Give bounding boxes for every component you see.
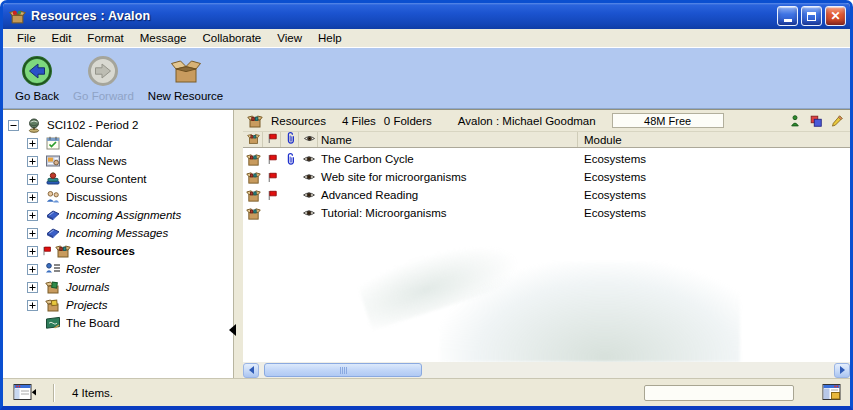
expander-plus-icon[interactable] — [27, 264, 38, 275]
flag-column-icon — [266, 132, 279, 147]
tree-item-sci102-period-2[interactable]: SCI102 - Period 2 — [3, 116, 233, 134]
expander-plus-icon[interactable] — [27, 138, 38, 149]
tree-item-incoming-messages[interactable]: Incoming Messages — [3, 224, 233, 242]
app-window: Resources : Avalon ✕ FileEditFormatMessa… — [0, 0, 853, 410]
tree-item-projects[interactable]: Projects — [3, 296, 233, 314]
class-root-icon — [26, 117, 42, 133]
tree-item-journals[interactable]: Journals — [3, 278, 233, 296]
minimize-button[interactable] — [777, 6, 798, 26]
resource-type-icon — [243, 152, 263, 167]
books-icon — [45, 171, 61, 187]
new-resource-icon — [169, 54, 203, 88]
tree-item-discussions[interactable]: Discussions — [3, 188, 233, 206]
close-icon: ✕ — [830, 10, 840, 22]
visibility-eye-icon[interactable] — [299, 152, 318, 166]
folder-count: 0 Folders — [384, 115, 432, 127]
maximize-button[interactable] — [801, 6, 822, 26]
tree-item-roster[interactable]: Roster — [3, 260, 233, 278]
scroll-right-button[interactable] — [834, 363, 850, 378]
visibility-column-icon — [303, 132, 316, 147]
tree-item-the-board[interactable]: The Board — [3, 314, 233, 332]
visibility-eye-icon[interactable] — [299, 206, 318, 220]
expander-minus-icon[interactable] — [8, 120, 19, 131]
expander-plus-icon[interactable] — [27, 174, 38, 185]
tree-item-resources[interactable]: Resources — [3, 242, 233, 260]
app-icon — [9, 8, 26, 25]
type-column-icon — [247, 132, 260, 147]
expander-plus-icon[interactable] — [27, 228, 38, 239]
column-header-module[interactable]: Module — [578, 132, 850, 147]
expander-plus-icon[interactable] — [27, 210, 38, 221]
flag-icon — [41, 245, 53, 258]
menu-edit[interactable]: Edit — [44, 30, 80, 47]
expander-plus-icon[interactable] — [27, 156, 38, 167]
list-row-advanced-reading[interactable]: Advanced ReadingEcosystems — [243, 186, 850, 204]
visibility-eye-icon[interactable] — [299, 188, 318, 202]
resource-module: Ecosystems — [578, 153, 850, 165]
menu-view[interactable]: View — [269, 30, 310, 47]
resource-name[interactable]: The Carbon Cycle — [318, 153, 578, 165]
menu-message[interactable]: Message — [132, 30, 195, 47]
person-icon[interactable] — [788, 114, 802, 128]
scrollbar-thumb[interactable] — [264, 363, 422, 377]
attachment-icon — [281, 153, 299, 166]
column-header-type[interactable] — [243, 132, 263, 147]
tree-item-label: Incoming Messages — [66, 227, 168, 239]
edit-pencil-icon[interactable] — [830, 114, 844, 128]
tree-item-course-content[interactable]: Course Content — [3, 170, 233, 188]
menu-file[interactable]: File — [9, 30, 44, 47]
tree-item-label: Incoming Assignments — [66, 209, 181, 221]
tree-item-class-news[interactable]: Class News — [3, 152, 233, 170]
resources-list: The Carbon CycleEcosystemsWeb site for m… — [243, 148, 850, 362]
course-tree-panel: SCI102 - Period 2CalendarClass NewsCours… — [3, 110, 233, 378]
menu-help[interactable]: Help — [310, 30, 350, 47]
list-row-tutorial-microorganisms[interactable]: Tutorial: MicroorganismsEcosystems — [243, 204, 850, 222]
list-row-the-carbon-cycle[interactable]: The Carbon CycleEcosystems — [243, 150, 850, 168]
scroll-left-button[interactable] — [243, 363, 259, 378]
item-count-text: 4 Items. — [72, 387, 113, 399]
new-resource-button[interactable]: New Resource — [144, 53, 227, 103]
resource-name[interactable]: Web site for microorganisms — [318, 171, 578, 183]
resource-type-icon — [243, 188, 263, 203]
toolbar: Go BackGo ForwardNew Resource — [3, 48, 850, 109]
panel-splitter[interactable] — [233, 110, 243, 378]
resource-name[interactable]: Advanced Reading — [318, 189, 578, 201]
expander-plus-icon[interactable] — [27, 246, 38, 257]
horizontal-scrollbar[interactable] — [243, 362, 850, 378]
tree-item-incoming-assignments[interactable]: Incoming Assignments — [3, 206, 233, 224]
expander-plus-icon[interactable] — [27, 300, 38, 311]
column-header-flag[interactable] — [263, 132, 281, 147]
go-back-button[interactable]: Go Back — [11, 53, 63, 103]
column-header-attachment[interactable] — [281, 132, 299, 147]
layout-toggle-icon[interactable] — [822, 383, 842, 402]
tree-item-label: Class News — [66, 155, 127, 167]
flag-icon — [263, 153, 281, 166]
resource-type-icon — [243, 170, 263, 185]
tree-item-calendar[interactable]: Calendar — [3, 134, 233, 152]
expander-plus-icon[interactable] — [27, 282, 38, 293]
collapse-panel-arrow-icon[interactable] — [229, 324, 236, 336]
menu-collaborate[interactable]: Collaborate — [194, 30, 269, 47]
tree-item-label: Course Content — [66, 173, 147, 185]
file-count: 4 Files — [342, 115, 376, 127]
tree-item-label: Discussions — [66, 191, 127, 203]
go-forward-button[interactable]: Go Forward — [69, 53, 138, 103]
menu-format[interactable]: Format — [79, 30, 131, 47]
flag-icon — [263, 171, 281, 184]
toggle-panel-icon[interactable] — [13, 383, 37, 402]
server-user-label: Avalon : Michael Goodman — [458, 115, 596, 127]
column-header-name[interactable]: Name — [318, 132, 578, 147]
close-button[interactable]: ✕ — [825, 6, 846, 26]
visibility-eye-icon[interactable] — [299, 170, 318, 184]
box-open-icon — [55, 243, 71, 259]
title-bar: Resources : Avalon ✕ — [3, 3, 850, 29]
resource-name[interactable]: Tutorial: Microorganisms — [318, 207, 578, 219]
column-header-visibility[interactable] — [299, 132, 318, 147]
list-row-web-site-for-microorganisms[interactable]: Web site for microorganismsEcosystems — [243, 168, 850, 186]
people-icon — [45, 189, 61, 205]
roster-icon — [45, 261, 61, 277]
expander-plus-icon[interactable] — [27, 192, 38, 203]
book-blue-icon — [45, 207, 61, 223]
copy-icon[interactable] — [809, 114, 823, 128]
go-forward-icon — [86, 54, 120, 88]
